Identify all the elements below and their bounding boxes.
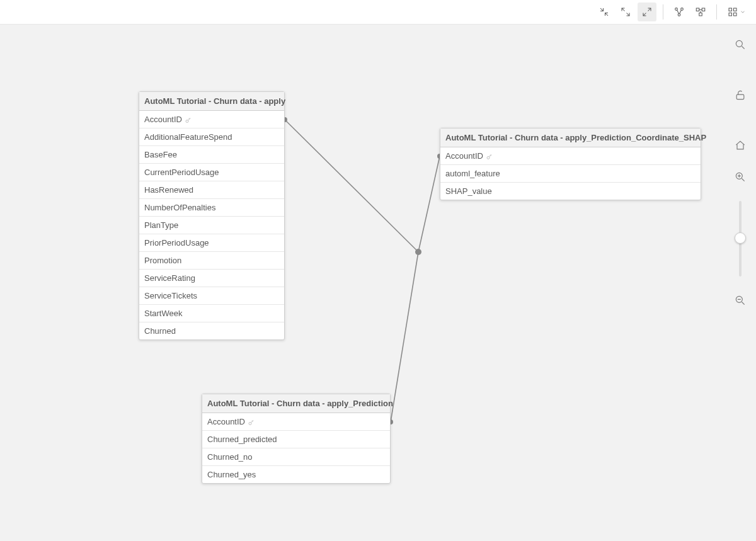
field-name: PriorPeriodUsage: [144, 238, 209, 248]
table-title: AutoML Tutorial - Churn data - apply_Pre…: [445, 133, 706, 142]
toolbar-divider: [663, 4, 663, 20]
layout-branch-icon[interactable]: [670, 3, 689, 21]
svg-line-11: [285, 120, 418, 252]
zoom-in-icon[interactable]: [733, 169, 748, 185]
table-row[interactable]: ServiceTickets: [139, 287, 284, 305]
table-row[interactable]: HasRenewed: [139, 181, 284, 199]
svg-point-1: [681, 8, 684, 11]
svg-line-13: [418, 156, 440, 252]
field-name: Churned: [144, 326, 176, 336]
svg-point-2: [678, 14, 680, 16]
field-name: AccountID: [445, 151, 483, 161]
field-name: PlanType: [144, 220, 178, 230]
expand-icon[interactable]: [638, 3, 656, 21]
field-name: ServiceRating: [144, 273, 195, 283]
table-title: AutoML Tutorial - Churn data - apply_Pre…: [207, 399, 393, 408]
field-name: CurrentPeriodUsage: [144, 168, 219, 177]
field-name: Promotion: [144, 256, 181, 265]
field-name: AccountID: [207, 417, 245, 426]
field-name: SHAP_value: [445, 186, 492, 196]
table-row[interactable]: Churned: [139, 322, 284, 339]
table-t2[interactable]: AutoML Tutorial - Churn data - apply_Pre…: [202, 394, 391, 484]
table-t1[interactable]: AutoML Tutorial - Churn data - apply_Pre…: [440, 128, 701, 200]
svg-line-15: [391, 252, 418, 422]
svg-point-16: [415, 249, 421, 255]
collapse-outward-icon[interactable]: [616, 3, 635, 21]
field-name: NumberOfPenalties: [144, 203, 215, 212]
table-row[interactable]: AccountID: [440, 147, 701, 165]
unlock-icon[interactable]: [733, 88, 748, 103]
field-name: AccountID: [144, 115, 182, 124]
table-row[interactable]: NumberOfPenalties: [139, 199, 284, 217]
zoom-slider[interactable]: [739, 201, 742, 276]
field-name: Churned_yes: [207, 470, 256, 479]
svg-point-0: [675, 8, 678, 11]
table-row[interactable]: PriorPeriodUsage: [139, 234, 284, 252]
table-row[interactable]: Promotion: [139, 252, 284, 270]
field-name: Churned_no: [207, 452, 253, 462]
svg-point-23: [249, 422, 251, 424]
field-name: HasRenewed: [144, 185, 193, 195]
key-icon: [182, 115, 192, 124]
field-name: AdditionalFeatureSpend: [144, 132, 232, 142]
field-name: automl_feature: [445, 169, 500, 178]
grid-dropdown-icon[interactable]: [723, 3, 750, 21]
table-row[interactable]: AccountID: [139, 111, 284, 128]
field-name: BaseFee: [144, 150, 177, 159]
table-header[interactable]: AutoML Tutorial - Churn data - apply: [139, 92, 284, 111]
svg-rect-5: [699, 13, 702, 16]
table-header[interactable]: AutoML Tutorial - Churn data - apply_Pre…: [440, 128, 701, 147]
table-row[interactable]: AdditionalFeatureSpend: [139, 128, 284, 146]
table-row[interactable]: AccountID: [202, 413, 390, 431]
svg-point-17: [736, 40, 742, 47]
table-row[interactable]: Churned_no: [202, 448, 390, 466]
top-toolbar: [0, 0, 756, 24]
table-row[interactable]: CurrentPeriodUsage: [139, 164, 284, 181]
canvas[interactable]: AutoML Tutorial - Churn data - applyAcco…: [0, 24, 756, 541]
table-header[interactable]: AutoML Tutorial - Churn data - apply_Pre…: [202, 394, 390, 413]
layout-grid-icon[interactable]: [691, 3, 710, 21]
toolbar-divider-2: [716, 4, 717, 20]
table-row[interactable]: PlanType: [139, 217, 284, 234]
table-row[interactable]: Churned_predicted: [202, 431, 390, 448]
svg-rect-4: [702, 8, 705, 11]
table-row[interactable]: automl_feature: [440, 165, 701, 183]
svg-rect-8: [729, 13, 732, 16]
svg-rect-7: [734, 8, 737, 11]
svg-point-22: [487, 156, 490, 159]
table-row[interactable]: StartWeek: [139, 305, 284, 322]
search-icon[interactable]: [733, 37, 748, 52]
zoom-slider-handle[interactable]: [735, 232, 746, 244]
zoom-out-icon[interactable]: [733, 293, 748, 308]
table-row[interactable]: BaseFee: [139, 146, 284, 164]
right-tools: [731, 37, 750, 308]
home-icon[interactable]: [733, 138, 748, 153]
table-row[interactable]: Churned_yes: [202, 466, 390, 483]
field-name: ServiceTickets: [144, 291, 197, 300]
field-name: Churned_predicted: [207, 435, 277, 444]
table-title: AutoML Tutorial - Churn data - apply: [144, 96, 285, 106]
field-name: StartWeek: [144, 309, 182, 318]
svg-rect-18: [736, 94, 744, 100]
svg-rect-6: [729, 8, 732, 11]
table-t0[interactable]: AutoML Tutorial - Churn data - applyAcco…: [139, 91, 285, 340]
key-icon: [483, 151, 493, 161]
svg-rect-9: [734, 13, 737, 16]
collapse-inward-icon[interactable]: [595, 3, 614, 21]
table-row[interactable]: SHAP_value: [440, 183, 701, 200]
key-icon: [245, 417, 255, 426]
svg-point-21: [186, 120, 188, 122]
table-row[interactable]: ServiceRating: [139, 270, 284, 287]
svg-rect-3: [696, 8, 699, 11]
